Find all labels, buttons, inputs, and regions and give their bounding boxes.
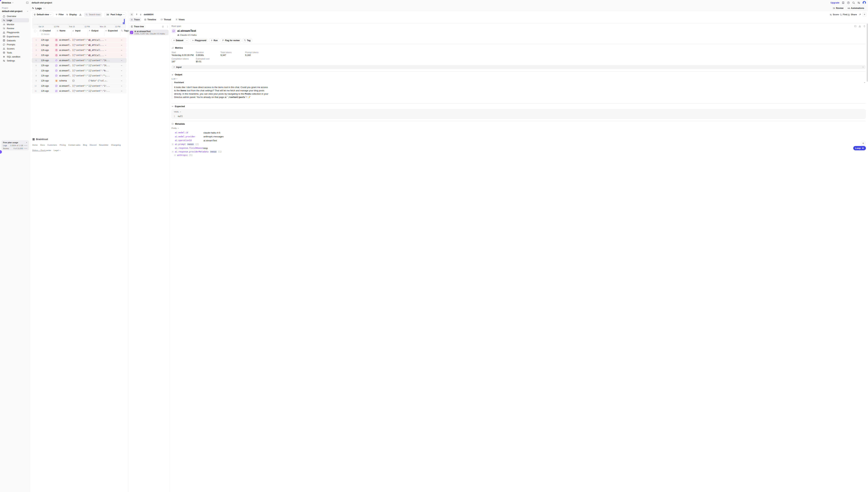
footer-link[interactable]: Discord xyxy=(90,144,96,146)
collapse-all-icon[interactable] xyxy=(162,26,164,28)
table-row[interactable]: 1012h agoai.streamT...[{"content":" ...[… xyxy=(32,83,127,89)
org-switcher[interactable]: Directus xyxy=(2,1,14,4)
export-download-icon[interactable] xyxy=(79,14,81,16)
sidebar-item-logs[interactable]: Logs xyxy=(1,18,29,22)
footer-link-legal[interactable]: Legal xyxy=(54,149,61,151)
table-row[interactable]: 412h agoai.streamT...[{"content":" ...AI… xyxy=(32,53,127,58)
anthropic-icon: A\ xyxy=(134,30,136,32)
collapse-caret[interactable] xyxy=(172,151,174,152)
flag-for-review-button[interactable]: Flag for review xyxy=(221,39,241,42)
assistant-message: It looks like I don't have direct access… xyxy=(174,85,268,99)
add-to-dataset-button[interactable]: Dataset xyxy=(172,39,189,42)
tab-views[interactable]: Views xyxy=(174,18,186,22)
project-name: default-otel-project xyxy=(2,10,22,13)
sidebar-item-experiments[interactable]: Experiments xyxy=(1,34,29,39)
sidebar-item-tools[interactable]: Tools xyxy=(1,51,29,55)
table-row-selected[interactable]: 512h agoai.streamT...[{"content":" ...[{… xyxy=(32,58,127,63)
output-format-select[interactable]: LLM xyxy=(172,78,178,80)
time-range-button[interactable]: 3d Past 3 days xyxy=(104,13,126,17)
default-view-button[interactable]: Default view xyxy=(32,13,53,17)
tab-trace[interactable]: Trace xyxy=(129,18,141,22)
column-expected[interactable]: Expected xyxy=(105,29,118,32)
footer-link[interactable]: Contact sales xyxy=(68,144,80,146)
table-row[interactable]: 112h agoai.streamT...[{"content":" ...AI… xyxy=(32,38,127,42)
column-created[interactable]: Created xyxy=(40,29,51,32)
sliders-icon xyxy=(3,59,5,62)
filter-button[interactable]: Filter xyxy=(55,14,64,16)
dataset-more-icon[interactable] xyxy=(185,39,189,42)
footer-link[interactable]: Customers xyxy=(47,144,57,146)
chevron-down-icon[interactable] xyxy=(181,47,183,49)
select-all-checkbox[interactable] xyxy=(34,30,36,32)
footer-link[interactable]: Home xyxy=(32,144,38,146)
footer-link[interactable]: Docs xyxy=(40,144,45,146)
sidebar-item-review[interactable]: Review xyxy=(1,26,29,30)
metadata-section-header[interactable]: Metadata xyxy=(172,123,185,125)
table-row[interactable]: 612h agoai.streamT...[{"content":" ...[{… xyxy=(32,63,127,68)
sidebar-item-scorers[interactable]: Scorers xyxy=(1,47,29,51)
column-name[interactable]: Name xyxy=(56,29,66,32)
trace-tree-button[interactable]: Trace tree xyxy=(129,25,145,28)
playground-button[interactable]: Playground xyxy=(191,39,208,42)
anthropic-icon: A\ xyxy=(177,34,179,36)
x-tick: 12 PM xyxy=(84,26,90,28)
output-section-header[interactable]: Output xyxy=(172,73,182,76)
sidebar-item-sql-sandbox[interactable]: SQL sandbox xyxy=(1,55,29,59)
table-row[interactable]: 912h agoschema{}{"data":{"col...–– xyxy=(32,78,127,83)
tree-span-ai-streamtext[interactable]: A\ai.streamText 3.69s, 9,347 tok, Claude… xyxy=(129,30,169,35)
expected-section-header[interactable]: Expected xyxy=(172,105,185,108)
footer-link[interactable]: Blog xyxy=(83,144,87,146)
free-plan-usage-card[interactable]: Free plan usage Logs0.0004 of 1 GB Score… xyxy=(1,140,29,150)
expected-code-block[interactable]: YAML 1null xyxy=(172,109,272,119)
sidebar-item-overview[interactable]: Overview xyxy=(1,14,29,18)
footer-link[interactable]: Newsletter xyxy=(99,144,108,146)
collapse-sidebar-icon[interactable] xyxy=(26,1,29,4)
search-traces-input[interactable] xyxy=(89,14,100,16)
sidebar-item-prompts[interactable]: Prompts xyxy=(1,43,29,47)
metric-label: Completion tokens xyxy=(172,58,189,60)
activity-icon xyxy=(3,19,5,22)
metrics-section-header[interactable]: Metrics xyxy=(172,47,183,49)
sidebar-item-monitor[interactable]: Monitor xyxy=(1,22,29,26)
table-row[interactable]: 712h agoai.streamT...[{"content":" ...[{… xyxy=(32,68,127,73)
table-row[interactable]: 312h agoai.streamT...[{"content":" ...AI… xyxy=(32,48,127,53)
next-trace-icon[interactable] xyxy=(140,14,142,16)
tree-panel-icon xyxy=(131,26,133,28)
trace-histogram[interactable]: Sat 14 12 PM Feb 15 12 PM Mon 16 12 PM xyxy=(32,18,126,29)
braintrust-brand[interactable]: Braintrust xyxy=(32,138,126,141)
input-section-collapsed[interactable]: Input xyxy=(172,65,272,69)
expected-format-select[interactable]: YAML xyxy=(174,111,181,113)
display-button[interactable]: Display xyxy=(66,14,77,16)
table-row[interactable]: 212h agoai.streamT...[{"content":" ...AI… xyxy=(32,43,127,47)
chevron-down-icon[interactable] xyxy=(183,105,184,107)
more-menu-icon[interactable] xyxy=(43,7,46,9)
help-widget-peek[interactable] xyxy=(0,150,2,152)
chevron-down-icon[interactable] xyxy=(180,74,182,75)
tab-timeline[interactable]: Timeline xyxy=(143,18,157,22)
table-row[interactable]: 812h agoai.streamT...[{"content":" ...[{… xyxy=(32,73,127,78)
sidebar-item-settings[interactable]: Settings xyxy=(1,59,29,63)
expand-panel-button[interactable] xyxy=(129,12,134,17)
metadata-format-select[interactable]: Pretty xyxy=(172,127,179,129)
column-input[interactable]: Input xyxy=(72,29,80,32)
table-row[interactable]: 1112h agoai.streamT...[{"content":" ...[… xyxy=(32,89,127,93)
column-tags[interactable]: Tags xyxy=(121,29,129,32)
prev-trace-icon[interactable] xyxy=(135,14,138,16)
assistant-role: Assistant xyxy=(174,81,184,84)
chevron-down-icon[interactable] xyxy=(182,123,184,125)
filter-icon xyxy=(55,14,58,16)
tab-thread[interactable]: Thread xyxy=(159,18,172,22)
sidebar-item-datasets[interactable]: Datasets xyxy=(1,39,29,43)
footer-link[interactable]: Changelog xyxy=(111,144,121,146)
expand-caret[interactable] xyxy=(172,143,174,146)
horizontal-scrollbar[interactable] xyxy=(32,150,46,152)
tag-button[interactable]: Tag xyxy=(243,39,252,42)
sidebar-item-playgrounds[interactable]: Playgrounds xyxy=(1,30,29,34)
project-select[interactable]: default-otel-project xyxy=(2,10,28,13)
kebab-menu-icon[interactable] xyxy=(167,26,169,28)
search-traces-box[interactable] xyxy=(84,13,102,17)
run-button[interactable]: Run xyxy=(209,39,219,42)
footer-link[interactable]: Pricing xyxy=(60,144,66,146)
metadata-row: ai.model.provider anthropic.messages xyxy=(172,135,272,139)
column-output[interactable]: Output xyxy=(89,29,98,32)
